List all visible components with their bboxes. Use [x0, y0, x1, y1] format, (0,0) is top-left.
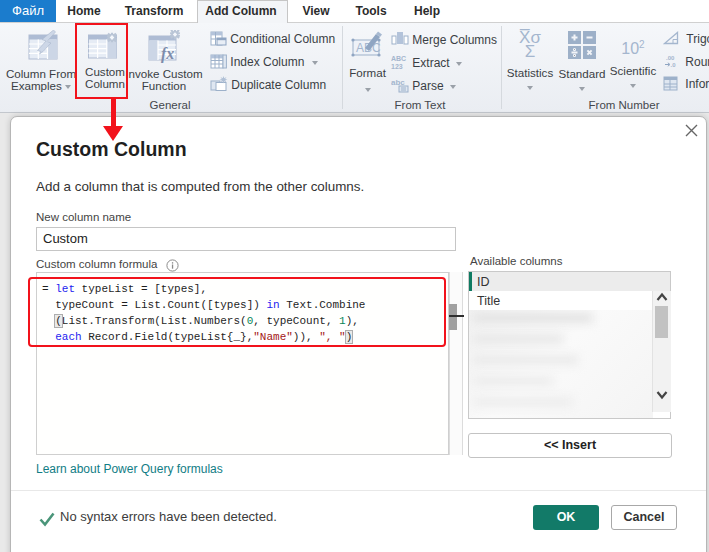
svg-text:ABC: ABC — [391, 55, 406, 62]
svg-text:fx: fx — [161, 45, 174, 63]
svg-text:.00: .00 — [666, 55, 675, 61]
svg-text:123: 123 — [391, 63, 403, 70]
svg-text:.0: .0 — [671, 62, 677, 68]
